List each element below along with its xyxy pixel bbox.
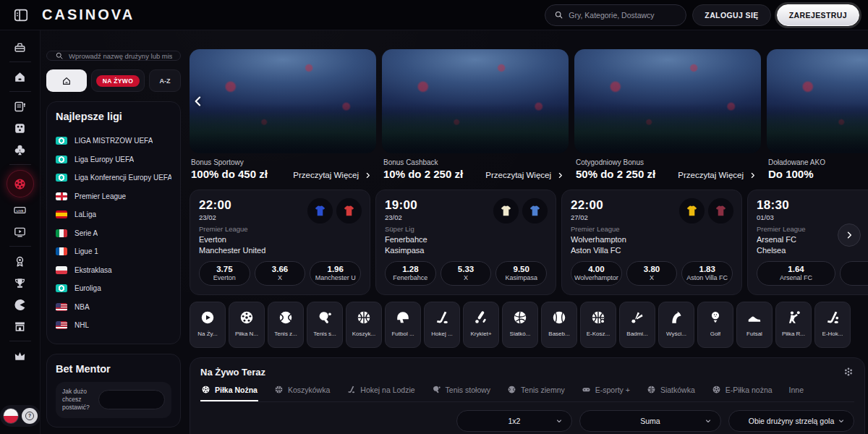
live-sport-tab[interactable]: Tenis stołowy bbox=[431, 385, 491, 401]
match-card[interactable]: 22:00 23/02 Premier League Everton Manch… bbox=[190, 190, 370, 295]
odd-button[interactable]: 9.50Kasimpasa bbox=[495, 261, 547, 286]
live-sport-tab[interactable]: Siatkówka bbox=[646, 385, 696, 401]
chevron-right-icon bbox=[364, 171, 372, 179]
sport-tile[interactable]: E-Kosz... bbox=[580, 302, 616, 348]
live-now-title: Na Żywo Teraz bbox=[200, 367, 265, 378]
carousel-left-icon[interactable] bbox=[191, 94, 205, 109]
matches-next-icon[interactable] bbox=[838, 224, 861, 247]
league-item[interactable]: Ligue 1 bbox=[56, 242, 171, 261]
live-sport-tab[interactable]: E-sporty + bbox=[581, 385, 631, 401]
away-team: Manchester United bbox=[199, 246, 361, 255]
banner-image bbox=[574, 49, 761, 153]
market-dropdown-1x2[interactable]: 1x2 bbox=[456, 410, 572, 432]
register-button[interactable]: ZAREJESTRUJ bbox=[777, 4, 859, 26]
odd-button[interactable]: 3.80X bbox=[626, 261, 678, 286]
sport-tile[interactable]: E-Hok... bbox=[814, 302, 851, 348]
home-jersey-icon bbox=[685, 204, 699, 218]
casino-lobby-icon bbox=[13, 41, 27, 54]
league-flag-icon bbox=[56, 266, 67, 274]
sport-tile[interactable]: Futsal bbox=[736, 302, 773, 348]
live-sport-tab[interactable]: Hokej na Lodzie bbox=[346, 385, 415, 401]
sport-tile[interactable]: Badmi... bbox=[619, 302, 655, 348]
odd-button[interactable]: 1.64Arsenal FC bbox=[757, 261, 835, 286]
match-card[interactable]: 19:00 23/02 Süper Lig Fenerbahce Kasimpa… bbox=[375, 190, 556, 295]
sport-tile[interactable]: Futbol ... bbox=[385, 302, 421, 348]
league-item[interactable]: Euroliga bbox=[56, 279, 171, 298]
global-search-input[interactable] bbox=[569, 11, 677, 20]
live-sport-tab[interactable]: Tenis ziemny bbox=[506, 385, 566, 401]
team-jerseys bbox=[493, 198, 548, 224]
chevron-right-icon bbox=[749, 171, 757, 179]
sport-tile[interactable]: Na Ży... bbox=[190, 302, 226, 348]
tab-az[interactable]: A-Z bbox=[149, 69, 181, 92]
sport-tab-icon bbox=[647, 385, 656, 394]
banner-read-more[interactable]: Przeczytaj Więcej bbox=[678, 171, 757, 179]
promo-banner[interactable]: Doładowane AKO Do 100% Przeczytaj Więcej bbox=[767, 49, 868, 180]
live-sport-tab[interactable]: Inne bbox=[788, 386, 804, 401]
global-search[interactable] bbox=[545, 4, 686, 26]
sport-tile[interactable]: Koszyk... bbox=[346, 302, 382, 348]
promo-banner[interactable]: Bonus Sportowy 100% do 450 zł Przeczytaj… bbox=[190, 49, 376, 180]
match-card[interactable]: 22:00 27/02 Premier League Wolverhampton… bbox=[561, 190, 742, 295]
league-item[interactable]: Ekstraklasa bbox=[56, 261, 171, 280]
market-dropdown-suma[interactable]: Suma bbox=[579, 410, 721, 432]
help-icon[interactable]: ? bbox=[22, 408, 38, 424]
odd-button[interactable]: 1.83Aston Villa FC bbox=[681, 261, 733, 286]
league-item[interactable]: Liga Konferencji Europy UEFA bbox=[56, 169, 171, 187]
odd-button[interactable]: 1.28Fenerbahce bbox=[385, 261, 436, 286]
sport-tile[interactable]: Siatkó... bbox=[502, 302, 538, 348]
league-flag-icon bbox=[56, 247, 67, 255]
league-item[interactable]: Liga Europy UEFA bbox=[56, 150, 171, 169]
sport-tile[interactable]: Krykiet+ bbox=[463, 302, 499, 348]
match-time: 18:30 bbox=[757, 198, 868, 213]
league-item[interactable]: Serie A bbox=[56, 224, 171, 243]
promo-banner[interactable]: Bonus Cashback 10% do 2 250 zł Przeczyta… bbox=[382, 49, 569, 180]
sport-tile[interactable]: Wyści... bbox=[658, 302, 694, 348]
sport-tile[interactable]: Piłka R... bbox=[775, 302, 812, 348]
team-jerseys bbox=[679, 198, 733, 224]
league-item[interactable]: NBA bbox=[56, 298, 171, 317]
language-poland-flag[interactable] bbox=[3, 408, 19, 424]
sport-tile[interactable]: Tenis z... bbox=[268, 302, 304, 348]
sports-dots-icon[interactable] bbox=[843, 366, 854, 378]
odd-button[interactable]: 1.96Manchester U bbox=[310, 261, 361, 286]
league-item[interactable]: LIGA MISTRZÓW UEFA bbox=[56, 132, 171, 150]
odd-button[interactable]: 3.66X bbox=[255, 261, 306, 286]
banner-read-more[interactable]: Przeczytaj Więcej bbox=[293, 171, 372, 179]
league-item[interactable]: NHL bbox=[56, 316, 171, 335]
team-search[interactable] bbox=[46, 51, 181, 61]
topbar-actions: ZALOGUJ SIĘ ZAREJESTRUJ bbox=[545, 4, 859, 26]
sport-tile[interactable]: Hokej ... bbox=[424, 302, 460, 348]
bet-amount-input[interactable] bbox=[98, 390, 165, 409]
odd-button[interactable]: 5.33X bbox=[441, 261, 492, 286]
banner-read-more[interactable]: Przeczytaj Więcej bbox=[485, 171, 564, 179]
login-button[interactable]: ZALOGUJ SIĘ bbox=[692, 4, 770, 26]
icon-rail: LIVE ? bbox=[0, 30, 41, 434]
sport-tile[interactable]: Piłka N... bbox=[229, 302, 265, 348]
odd-button[interactable]: 4.00Wolverhampton bbox=[571, 261, 622, 286]
odd-button[interactable]: 3.75Everton bbox=[199, 261, 250, 286]
away-team: Chelsea bbox=[757, 246, 868, 255]
tab-live[interactable]: NA ŻYWO bbox=[91, 69, 145, 92]
tab-home[interactable] bbox=[46, 69, 87, 92]
sport-tile[interactable]: Golf bbox=[697, 302, 733, 348]
league-item[interactable]: Premier League bbox=[56, 187, 171, 206]
promo-banner[interactable]: Cotygodniowy Bonus 50% do 2 250 zł Przec… bbox=[574, 49, 761, 180]
away-team: Kasimpasa bbox=[385, 246, 547, 255]
banner-amount: Do 100% bbox=[768, 168, 868, 180]
sport-tab-icon bbox=[432, 385, 441, 394]
dice-icon bbox=[13, 122, 27, 135]
sports-categories: Na Ży... Piłka N... Tenis z... Tenis s..… bbox=[190, 302, 868, 348]
team-search-input[interactable] bbox=[69, 52, 172, 60]
live-sport-tab[interactable]: E-Piłka nożna bbox=[711, 385, 773, 401]
market-dropdown-btts[interactable]: Obie drużyny strzelą gola bbox=[728, 410, 854, 432]
league-item[interactable]: LaLiga bbox=[56, 205, 171, 224]
live-sport-tab[interactable]: Piłka Nożna bbox=[200, 385, 258, 401]
live-sport-tab[interactable]: Koszykówka bbox=[273, 385, 331, 401]
sport-tile[interactable]: Tenis s... bbox=[307, 302, 343, 348]
odd-button[interactable]: 3.80X bbox=[840, 261, 868, 286]
sport-tab-icon bbox=[712, 385, 721, 394]
sidebar-toggle-icon[interactable] bbox=[13, 7, 29, 23]
sport-tile[interactable]: Baseb... bbox=[541, 302, 577, 348]
sport-icon bbox=[317, 310, 333, 326]
